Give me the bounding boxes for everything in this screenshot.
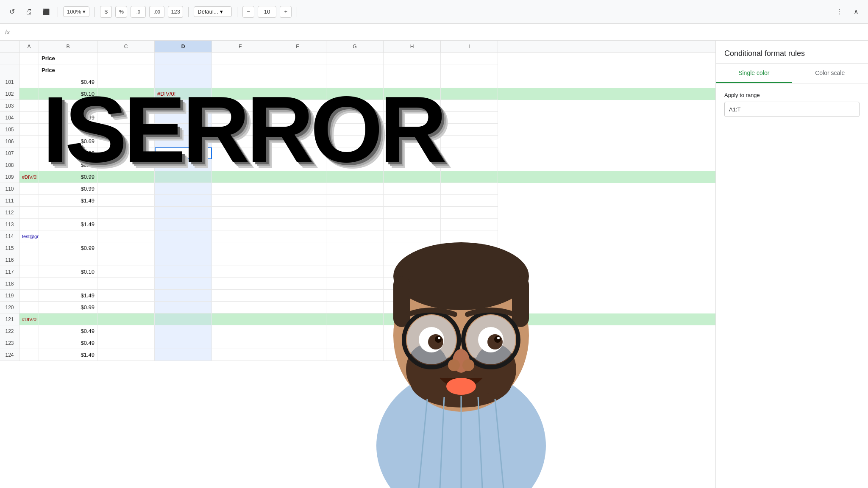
cell-c[interactable]: [97, 254, 155, 266]
cell-e[interactable]: [212, 147, 269, 159]
cell-f[interactable]: [269, 207, 326, 219]
cell-e[interactable]: [212, 159, 269, 171]
cell-header-d[interactable]: [155, 53, 212, 64]
cell-c[interactable]: [97, 266, 155, 278]
cell-i[interactable]: [441, 112, 498, 124]
cell-d[interactable]: [155, 183, 212, 195]
cell-h[interactable]: [384, 183, 441, 195]
cell-h[interactable]: [384, 124, 441, 136]
cell-g[interactable]: [326, 337, 384, 349]
col-header-c[interactable]: C: [97, 41, 155, 52]
cell-d[interactable]: [155, 124, 212, 136]
cell-g[interactable]: [326, 219, 384, 230]
zoom-control[interactable]: 100% ▾: [63, 6, 89, 17]
cell-b[interactable]: $0.69: [39, 136, 97, 147]
cell-g[interactable]: [326, 159, 384, 171]
cell-g[interactable]: [326, 278, 384, 290]
cell-c[interactable]: [97, 302, 155, 313]
cell-e[interactable]: [212, 88, 269, 100]
cell-i[interactable]: [441, 349, 498, 361]
cell-c[interactable]: [97, 313, 155, 325]
cell-c[interactable]: [97, 112, 155, 124]
cell-header-c[interactable]: [97, 53, 155, 64]
cell-h[interactable]: [384, 325, 441, 337]
cell-d[interactable]: [155, 100, 212, 112]
cell-g[interactable]: [326, 112, 384, 124]
cell-h[interactable]: [384, 112, 441, 124]
cell-b[interactable]: $1.49: [39, 349, 97, 361]
cell-d[interactable]: [155, 112, 212, 124]
cell-a[interactable]: [19, 124, 39, 136]
col-header-f[interactable]: F: [269, 41, 326, 52]
cell-h[interactable]: [384, 219, 441, 230]
cell-f[interactable]: [269, 183, 326, 195]
cell-f[interactable]: [269, 254, 326, 266]
cell-d[interactable]: [155, 254, 212, 266]
cell-i[interactable]: [441, 100, 498, 112]
cell-d[interactable]: [155, 195, 212, 207]
cell-h[interactable]: [384, 195, 441, 207]
cell-h[interactable]: [384, 76, 441, 88]
cell-b[interactable]: [39, 313, 97, 325]
cell-i[interactable]: [441, 171, 498, 183]
cell-i[interactable]: [441, 88, 498, 100]
cell-d[interactable]: [155, 290, 212, 302]
cell-d[interactable]: [155, 302, 212, 313]
cell-e[interactable]: [212, 302, 269, 313]
cell-g[interactable]: [326, 230, 384, 242]
cell-e[interactable]: [212, 207, 269, 219]
col-header-d[interactable]: D: [155, 41, 212, 52]
cell-e[interactable]: [212, 313, 269, 325]
cell-c[interactable]: [97, 88, 155, 100]
cell-a[interactable]: [19, 290, 39, 302]
cell-h[interactable]: [384, 313, 441, 325]
cell-b[interactable]: [39, 207, 97, 219]
cell-d[interactable]: [155, 325, 212, 337]
cell-d[interactable]: [155, 337, 212, 349]
print-button[interactable]: 🖨: [22, 5, 36, 19]
cell-e[interactable]: [212, 76, 269, 88]
cell-e[interactable]: [212, 290, 269, 302]
cell-f[interactable]: [269, 136, 326, 147]
cell-f[interactable]: [269, 230, 326, 242]
cell-c[interactable]: [97, 207, 155, 219]
cell-d[interactable]: [155, 64, 212, 76]
cell-a[interactable]: [19, 349, 39, 361]
cell-header-i[interactable]: [441, 53, 498, 64]
cell-c[interactable]: [97, 290, 155, 302]
cell-b[interactable]: $1.49: [39, 195, 97, 207]
cell-c[interactable]: [97, 159, 155, 171]
cell-b[interactable]: $0.49: [39, 337, 97, 349]
cell-g[interactable]: [326, 325, 384, 337]
cell-d[interactable]: [155, 349, 212, 361]
cell-a[interactable]: [19, 100, 39, 112]
currency-button[interactable]: $: [100, 6, 112, 18]
cell-i[interactable]: [441, 219, 498, 230]
cell-f[interactable]: [269, 64, 326, 76]
cell-d[interactable]: [155, 207, 212, 219]
cell-a[interactable]: [19, 302, 39, 313]
cell-i[interactable]: [441, 254, 498, 266]
cell-f[interactable]: [269, 242, 326, 254]
col-header-e[interactable]: E: [212, 41, 269, 52]
format-paint-button[interactable]: ⬛: [39, 5, 53, 19]
cell-h[interactable]: [384, 147, 441, 159]
cell-e[interactable]: [212, 124, 269, 136]
cell-c[interactable]: [97, 147, 155, 159]
cell-i[interactable]: [441, 278, 498, 290]
cell-a[interactable]: [19, 195, 39, 207]
cell-i[interactable]: [441, 266, 498, 278]
cell-h[interactable]: [384, 242, 441, 254]
col-header-b[interactable]: B: [39, 41, 97, 52]
cell-b[interactable]: Price: [39, 64, 97, 76]
undo-button[interactable]: ↺: [5, 5, 19, 19]
cell-a[interactable]: [19, 242, 39, 254]
cell-b[interactable]: $0.99: [39, 242, 97, 254]
cell-h[interactable]: [384, 207, 441, 219]
cell-b[interactable]: [39, 254, 97, 266]
cell-i[interactable]: [441, 313, 498, 325]
cell-f[interactable]: [269, 337, 326, 349]
cell-g[interactable]: [326, 290, 384, 302]
cell-h[interactable]: [384, 290, 441, 302]
cell-d[interactable]: [155, 230, 212, 242]
